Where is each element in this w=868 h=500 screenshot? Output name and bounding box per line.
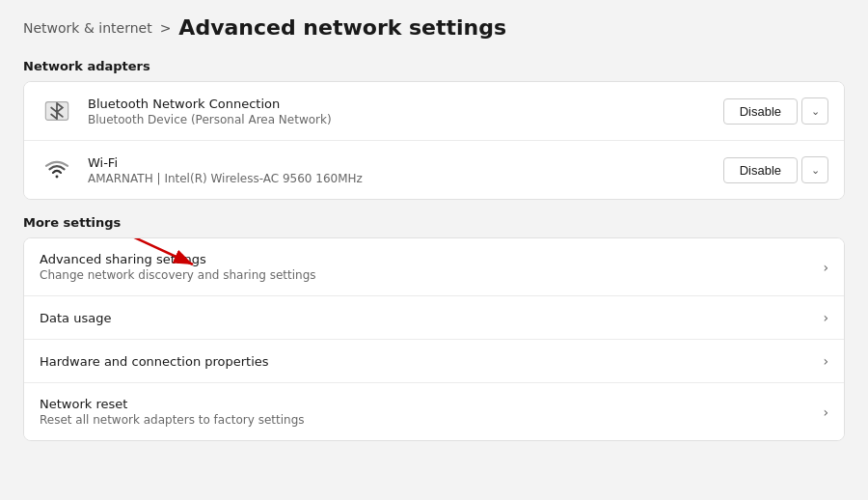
wifi-adapter-name: Wi-Fi <box>88 155 723 170</box>
wifi-adapter-desc: AMARNATH | Intel(R) Wireless-AC 9560 160… <box>88 172 723 185</box>
data-usage-chevron-icon: › <box>823 310 828 325</box>
advanced-sharing-row[interactable]: Advanced sharing settings Change network… <box>24 238 844 296</box>
breadcrumb-parent[interactable]: Network & internet <box>23 20 152 36</box>
network-reset-row[interactable]: Network reset Reset all network adapters… <box>24 383 844 440</box>
more-settings-card: Advanced sharing settings Change network… <box>23 237 845 441</box>
bluetooth-adapter-row: Bluetooth Network Connection Bluetooth D… <box>24 82 844 141</box>
data-usage-info: Data usage <box>40 311 815 325</box>
network-reset-title: Network reset <box>40 397 815 411</box>
network-adapters-card: Bluetooth Network Connection Bluetooth D… <box>23 81 845 200</box>
network-reset-desc: Reset all network adapters to factory se… <box>40 413 815 427</box>
breadcrumb-separator: > <box>160 20 172 36</box>
settings-page: Network & internet > Advanced network se… <box>0 0 868 500</box>
network-reset-chevron-icon: › <box>823 404 828 420</box>
wifi-disable-button[interactable]: Disable <box>723 157 798 183</box>
bluetooth-adapter-name: Bluetooth Network Connection <box>88 97 723 111</box>
bluetooth-adapter-desc: Bluetooth Device (Personal Area Network) <box>88 113 723 126</box>
bluetooth-icon <box>40 94 74 128</box>
hardware-connection-row[interactable]: Hardware and connection properties › <box>24 340 844 383</box>
wifi-adapter-row: Wi-Fi AMARNATH | Intel(R) Wireless-AC 95… <box>24 141 844 199</box>
wifi-adapter-info: Wi-Fi AMARNATH | Intel(R) Wireless-AC 95… <box>88 155 723 185</box>
bluetooth-adapter-actions: Disable ⌄ <box>723 97 828 125</box>
wifi-adapter-actions: Disable ⌄ <box>723 156 828 183</box>
hardware-connection-info: Hardware and connection properties <box>40 354 815 369</box>
bluetooth-adapter-info: Bluetooth Network Connection Bluetooth D… <box>88 97 723 126</box>
page-title: Advanced network settings <box>178 15 506 40</box>
advanced-sharing-info: Advanced sharing settings Change network… <box>40 252 815 282</box>
bluetooth-chevron-button[interactable]: ⌄ <box>801 97 828 125</box>
wifi-icon <box>40 153 74 187</box>
wifi-chevron-button[interactable]: ⌄ <box>801 156 828 183</box>
network-reset-info: Network reset Reset all network adapters… <box>40 397 815 427</box>
data-usage-title: Data usage <box>40 311 815 325</box>
settings-rows-wrapper: Advanced sharing settings Change network… <box>24 238 844 440</box>
hardware-connection-chevron-icon: › <box>823 353 828 369</box>
network-adapters-section-title: Network adapters <box>23 59 845 73</box>
hardware-connection-title: Hardware and connection properties <box>40 354 815 369</box>
advanced-sharing-chevron-icon: › <box>823 260 828 275</box>
data-usage-row[interactable]: Data usage › <box>24 296 844 340</box>
advanced-sharing-title: Advanced sharing settings <box>40 252 815 266</box>
more-settings-section-title: More settings <box>23 215 845 230</box>
advanced-sharing-desc: Change network discovery and sharing set… <box>40 268 815 282</box>
breadcrumb: Network & internet > Advanced network se… <box>23 15 845 40</box>
bluetooth-disable-button[interactable]: Disable <box>723 98 798 125</box>
